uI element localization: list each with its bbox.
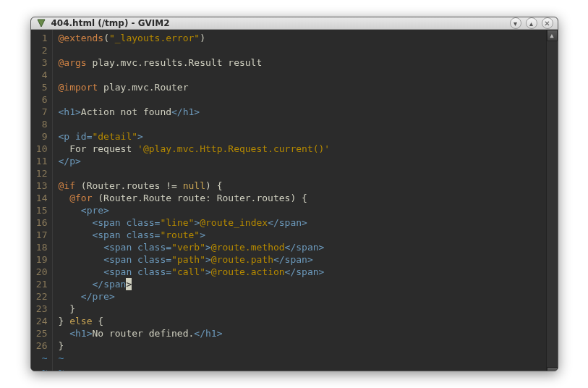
- empty-line-tilde: ~: [31, 364, 48, 371]
- line-number: 25: [31, 327, 48, 340]
- cursor: >: [126, 278, 132, 290]
- minimize-button[interactable]: ▾: [510, 17, 521, 29]
- line-number: 19: [31, 253, 48, 266]
- code-line[interactable]: @import play.mvc.Router: [59, 81, 546, 93]
- code-line[interactable]: <span class="line">@route_index</span>: [59, 216, 546, 229]
- editor-body: 1234567891011121314151617181920212223242…: [31, 30, 558, 371]
- code-line[interactable]: <h1>No router defined.</h1>: [59, 327, 546, 340]
- code-line[interactable]: [59, 167, 546, 180]
- line-number: 8: [31, 118, 48, 130]
- scroll-up-button[interactable]: ▲: [547, 30, 558, 41]
- code-line[interactable]: } else {: [59, 315, 546, 327]
- line-number: 11: [31, 155, 48, 167]
- line-number: 10: [31, 143, 48, 155]
- line-number: 26: [31, 340, 48, 352]
- code-line[interactable]: <h1>Action not found</h1>: [59, 106, 546, 118]
- code-line[interactable]: @if (Router.routes != null) {: [59, 180, 546, 192]
- code-area[interactable]: @extends("_layouts.error")@args play.mvc…: [53, 30, 546, 371]
- line-number: 5: [31, 81, 48, 93]
- line-number: 7: [31, 106, 48, 118]
- code-line[interactable]: [59, 93, 546, 106]
- app-icon: [35, 17, 47, 29]
- editor-area[interactable]: 1234567891011121314151617181920212223242…: [31, 30, 546, 371]
- code-line[interactable]: @args play.mvc.results.Result result: [59, 56, 546, 69]
- line-number: 22: [31, 290, 48, 303]
- maximize-button[interactable]: ▴: [526, 17, 537, 29]
- code-line[interactable]: <pre>: [59, 204, 546, 216]
- scrollbar-track[interactable]: [547, 41, 558, 367]
- code-line[interactable]: <span class="verb">@route.method</span>: [59, 241, 546, 253]
- titlebar[interactable]: 404.html (/tmp) - GVIM2 ▾ ▴ ✕: [31, 17, 558, 30]
- line-number: 15: [31, 204, 48, 216]
- editor-window: 404.html (/tmp) - GVIM2 ▾ ▴ ✕ 1234567891…: [30, 17, 558, 371]
- code-line[interactable]: </p>: [59, 155, 546, 167]
- code-line[interactable]: }: [59, 340, 546, 352]
- line-number: 20: [31, 266, 48, 278]
- line-number: 9: [31, 130, 48, 143]
- line-number: 4: [31, 69, 48, 81]
- window-title: 404.html (/tmp) - GVIM2: [51, 18, 170, 28]
- line-number: 14: [31, 192, 48, 204]
- line-number: 13: [31, 180, 48, 192]
- line-number: 21: [31, 278, 48, 290]
- code-line[interactable]: @extends("_layouts.error"): [59, 32, 546, 44]
- code-line[interactable]: @for (Router.Route route: Router.routes)…: [59, 192, 546, 204]
- line-number: 1: [31, 32, 48, 44]
- code-line[interactable]: <span class="path">@route.path</span>: [59, 253, 546, 266]
- line-number: 17: [31, 229, 48, 241]
- code-line[interactable]: [59, 69, 546, 81]
- line-number: 12: [31, 167, 48, 180]
- code-line[interactable]: <span class="route">: [59, 229, 546, 241]
- code-line[interactable]: <p id="detail">: [59, 130, 546, 143]
- line-number: 3: [31, 56, 48, 69]
- line-number: 24: [31, 315, 48, 327]
- code-line[interactable]: }: [59, 303, 546, 315]
- line-number-gutter: 1234567891011121314151617181920212223242…: [31, 30, 53, 371]
- code-line[interactable]: [59, 118, 546, 130]
- empty-line-tilde: ~: [31, 352, 48, 364]
- code-line[interactable]: </span>: [59, 278, 546, 290]
- scroll-down-button[interactable]: ▼: [547, 367, 558, 371]
- line-number: 6: [31, 93, 48, 106]
- code-line[interactable]: For request '@play.mvc.Http.Request.curr…: [59, 143, 546, 155]
- code-line[interactable]: [59, 44, 546, 56]
- line-number: 18: [31, 241, 48, 253]
- close-button[interactable]: ✕: [542, 17, 553, 29]
- line-number: 23: [31, 303, 48, 315]
- vertical-scrollbar[interactable]: ▲ ▼: [546, 30, 558, 371]
- code-line[interactable]: ~: [59, 364, 546, 371]
- line-number: 2: [31, 44, 48, 56]
- line-number: 16: [31, 216, 48, 229]
- code-line[interactable]: <span class="call">@route.action</span>: [59, 266, 546, 278]
- code-line[interactable]: </pre>: [59, 290, 546, 303]
- code-line[interactable]: ~: [59, 352, 546, 364]
